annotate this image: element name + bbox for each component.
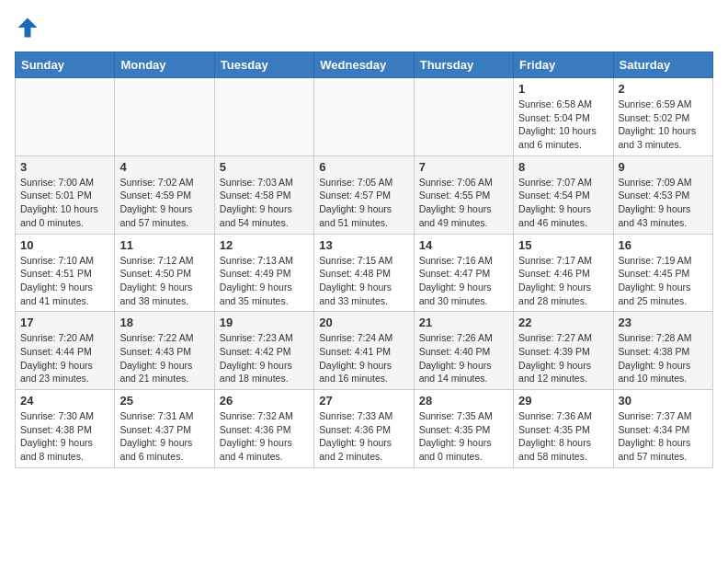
day-number: 13 [319,238,408,252]
calendar-week-0: 1Sunrise: 6:58 AM Sunset: 5:04 PM Daylig… [16,78,713,156]
calendar-cell: 19Sunrise: 7:23 AM Sunset: 4:42 PM Dayli… [214,312,313,390]
day-number: 11 [119,238,209,252]
calendar-cell: 15Sunrise: 7:17 AM Sunset: 4:46 PM Dayli… [514,234,613,312]
day-header-sunday: Sunday [16,52,115,78]
day-number: 24 [20,394,109,408]
calendar-cell: 30Sunrise: 7:37 AM Sunset: 4:34 PM Dayli… [613,390,712,468]
calendar-cell: 10Sunrise: 7:10 AM Sunset: 4:51 PM Dayli… [16,234,115,312]
calendar-week-4: 24Sunrise: 7:30 AM Sunset: 4:38 PM Dayli… [16,390,713,468]
header [15,15,713,40]
day-info: Sunrise: 7:27 AM Sunset: 4:39 PM Dayligh… [518,331,608,385]
calendar-cell: 28Sunrise: 7:35 AM Sunset: 4:35 PM Dayli… [414,390,513,468]
day-number: 22 [518,316,608,329]
day-number: 2 [619,82,708,96]
day-number: 14 [419,238,508,252]
calendar-cell: 16Sunrise: 7:19 AM Sunset: 4:45 PM Dayli… [613,234,712,312]
calendar-cell: 1Sunrise: 6:58 AM Sunset: 5:04 PM Daylig… [514,78,613,156]
day-info: Sunrise: 7:24 AM Sunset: 4:41 PM Dayligh… [319,331,408,385]
day-info: Sunrise: 7:10 AM Sunset: 4:51 PM Dayligh… [20,254,109,308]
calendar-cell: 12Sunrise: 7:13 AM Sunset: 4:49 PM Dayli… [214,234,313,312]
calendar-cell: 5Sunrise: 7:03 AM Sunset: 4:58 PM Daylig… [214,155,313,234]
calendar-cell: 13Sunrise: 7:15 AM Sunset: 4:48 PM Dayli… [314,234,414,312]
day-number: 3 [20,160,109,174]
day-info: Sunrise: 7:09 AM Sunset: 4:53 PM Dayligh… [619,176,708,230]
day-number: 19 [220,316,309,329]
day-info: Sunrise: 7:37 AM Sunset: 4:34 PM Dayligh… [619,409,708,464]
calendar-cell: 23Sunrise: 7:28 AM Sunset: 4:38 PM Dayli… [613,312,712,390]
day-header-saturday: Saturday [613,52,712,78]
day-number: 8 [518,160,608,174]
day-info: Sunrise: 7:06 AM Sunset: 4:55 PM Dayligh… [419,176,508,230]
day-number: 1 [518,82,608,96]
calendar-cell: 11Sunrise: 7:12 AM Sunset: 4:50 PM Dayli… [115,234,214,312]
day-number: 6 [319,160,408,174]
day-number: 27 [319,394,408,408]
day-number: 4 [119,160,209,174]
day-info: Sunrise: 7:12 AM Sunset: 4:50 PM Dayligh… [119,254,209,308]
day-number: 5 [220,160,309,174]
calendar-week-2: 10Sunrise: 7:10 AM Sunset: 4:51 PM Dayli… [16,234,713,312]
day-number: 18 [119,316,209,329]
calendar-cell: 25Sunrise: 7:31 AM Sunset: 4:37 PM Dayli… [115,390,214,468]
calendar-cell: 21Sunrise: 7:26 AM Sunset: 4:40 PM Dayli… [414,312,513,390]
day-number: 21 [419,316,508,329]
calendar-cell: 14Sunrise: 7:16 AM Sunset: 4:47 PM Dayli… [414,234,513,312]
day-info: Sunrise: 7:30 AM Sunset: 4:38 PM Dayligh… [20,409,109,464]
calendar-cell: 4Sunrise: 7:02 AM Sunset: 4:59 PM Daylig… [115,155,214,234]
calendar-cell: 27Sunrise: 7:33 AM Sunset: 4:36 PM Dayli… [314,390,414,468]
day-number: 28 [419,394,508,408]
day-info: Sunrise: 7:16 AM Sunset: 4:47 PM Dayligh… [419,254,508,308]
day-number: 10 [20,238,109,252]
day-info: Sunrise: 7:28 AM Sunset: 4:38 PM Dayligh… [619,331,708,385]
day-header-thursday: Thursday [414,52,513,78]
calendar-cell: 6Sunrise: 7:05 AM Sunset: 4:57 PM Daylig… [314,155,414,234]
day-info: Sunrise: 7:02 AM Sunset: 4:59 PM Dayligh… [119,176,209,230]
day-number: 26 [220,394,309,408]
day-info: Sunrise: 7:07 AM Sunset: 4:54 PM Dayligh… [518,176,608,230]
calendar-cell [115,78,214,156]
calendar-cell: 9Sunrise: 7:09 AM Sunset: 4:53 PM Daylig… [613,155,712,234]
day-info: Sunrise: 7:00 AM Sunset: 5:01 PM Dayligh… [20,176,109,230]
day-number: 30 [619,394,708,408]
day-number: 9 [619,160,708,174]
calendar-week-3: 17Sunrise: 7:20 AM Sunset: 4:44 PM Dayli… [16,312,713,390]
day-info: Sunrise: 7:03 AM Sunset: 4:58 PM Dayligh… [220,176,309,230]
day-number: 7 [419,160,508,174]
day-number: 25 [119,394,209,408]
day-info: Sunrise: 7:26 AM Sunset: 4:40 PM Dayligh… [419,331,508,385]
calendar-cell: 3Sunrise: 7:00 AM Sunset: 5:01 PM Daylig… [16,155,115,234]
day-info: Sunrise: 7:33 AM Sunset: 4:36 PM Dayligh… [319,409,408,464]
day-info: Sunrise: 6:59 AM Sunset: 5:02 PM Dayligh… [619,98,708,152]
day-info: Sunrise: 7:22 AM Sunset: 4:43 PM Dayligh… [119,331,209,385]
day-number: 23 [619,316,708,329]
calendar-cell: 24Sunrise: 7:30 AM Sunset: 4:38 PM Dayli… [16,390,115,468]
day-number: 16 [619,238,708,252]
calendar-cell: 22Sunrise: 7:27 AM Sunset: 4:39 PM Dayli… [514,312,613,390]
day-info: Sunrise: 7:13 AM Sunset: 4:49 PM Dayligh… [220,254,309,308]
day-info: Sunrise: 7:31 AM Sunset: 4:37 PM Dayligh… [119,409,209,464]
day-number: 15 [518,238,608,252]
calendar-cell: 2Sunrise: 6:59 AM Sunset: 5:02 PM Daylig… [613,78,712,156]
day-info: Sunrise: 7:15 AM Sunset: 4:48 PM Dayligh… [319,254,408,308]
calendar-cell [16,78,115,156]
calendar-cell: 20Sunrise: 7:24 AM Sunset: 4:41 PM Dayli… [314,312,414,390]
day-header-tuesday: Tuesday [214,52,313,78]
day-info: Sunrise: 7:05 AM Sunset: 4:57 PM Dayligh… [319,176,408,230]
calendar-cell: 29Sunrise: 7:36 AM Sunset: 4:35 PM Dayli… [514,390,613,468]
svg-marker-0 [18,18,38,38]
day-info: Sunrise: 7:20 AM Sunset: 4:44 PM Dayligh… [20,331,109,385]
calendar-cell [414,78,513,156]
calendar-cell [314,78,414,156]
day-number: 20 [319,316,408,329]
calendar-cell: 18Sunrise: 7:22 AM Sunset: 4:43 PM Dayli… [115,312,214,390]
day-info: Sunrise: 6:58 AM Sunset: 5:04 PM Dayligh… [518,98,608,152]
logo [15,15,44,40]
day-header-friday: Friday [514,52,613,78]
day-info: Sunrise: 7:32 AM Sunset: 4:36 PM Dayligh… [220,409,309,464]
calendar-cell [214,78,313,156]
day-header-wednesday: Wednesday [314,52,414,78]
calendar-table: SundayMondayTuesdayWednesdayThursdayFrid… [15,52,713,468]
calendar-body: 1Sunrise: 6:58 AM Sunset: 5:04 PM Daylig… [16,78,713,468]
day-info: Sunrise: 7:17 AM Sunset: 4:46 PM Dayligh… [518,254,608,308]
day-info: Sunrise: 7:36 AM Sunset: 4:35 PM Dayligh… [518,409,608,464]
